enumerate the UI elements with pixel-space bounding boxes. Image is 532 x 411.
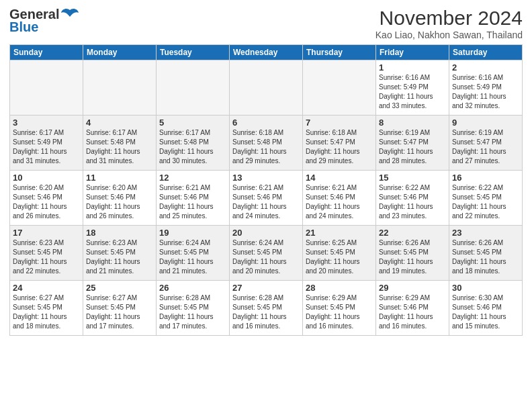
day-info: Sunrise: 6:28 AM Sunset: 5:45 PM Dayligh… — [232, 293, 300, 331]
day-info: Sunrise: 6:29 AM Sunset: 5:46 PM Dayligh… — [379, 293, 446, 331]
calendar-cell: 22Sunrise: 6:26 AM Sunset: 5:45 PM Dayli… — [376, 226, 449, 281]
day-number: 8 — [379, 118, 446, 128]
calendar-cell: 1Sunrise: 6:16 AM Sunset: 5:49 PM Daylig… — [376, 60, 449, 116]
day-number: 3 — [13, 118, 80, 128]
calendar-cell: 18Sunrise: 6:23 AM Sunset: 5:45 PM Dayli… — [83, 226, 157, 281]
calendar-cell: 25Sunrise: 6:27 AM Sunset: 5:45 PM Dayli… — [83, 281, 157, 336]
calendar-cell: 13Sunrise: 6:21 AM Sunset: 5:46 PM Dayli… — [230, 171, 303, 226]
calendar-cell: 10Sunrise: 6:20 AM Sunset: 5:46 PM Dayli… — [10, 171, 83, 226]
calendar-cell — [303, 60, 376, 116]
calendar-cell: 16Sunrise: 6:22 AM Sunset: 5:45 PM Dayli… — [449, 171, 523, 226]
calendar-cell: 15Sunrise: 6:22 AM Sunset: 5:46 PM Dayli… — [376, 171, 449, 226]
day-info: Sunrise: 6:28 AM Sunset: 5:45 PM Dayligh… — [159, 293, 226, 331]
day-info: Sunrise: 6:19 AM Sunset: 5:47 PM Dayligh… — [452, 128, 519, 166]
day-number: 9 — [452, 118, 519, 128]
day-info: Sunrise: 6:17 AM Sunset: 5:48 PM Dayligh… — [86, 128, 153, 166]
calendar-cell: 19Sunrise: 6:24 AM Sunset: 5:45 PM Dayli… — [157, 226, 230, 281]
calendar-cell: 8Sunrise: 6:19 AM Sunset: 5:47 PM Daylig… — [376, 116, 449, 171]
day-number: 2 — [452, 62, 519, 73]
day-info: Sunrise: 6:20 AM Sunset: 5:46 PM Dayligh… — [86, 183, 153, 221]
weekday-wednesday: Wednesday — [230, 45, 303, 60]
day-number: 25 — [86, 283, 153, 293]
calendar-cell: 11Sunrise: 6:20 AM Sunset: 5:46 PM Dayli… — [83, 171, 157, 226]
calendar-week-2: 3Sunrise: 6:17 AM Sunset: 5:49 PM Daylig… — [10, 116, 523, 171]
day-number: 5 — [159, 118, 226, 128]
day-number: 22 — [379, 228, 446, 238]
day-number: 1 — [379, 62, 446, 73]
weekday-thursday: Thursday — [303, 45, 376, 60]
calendar-cell: 4Sunrise: 6:17 AM Sunset: 5:48 PM Daylig… — [83, 116, 157, 171]
day-number: 30 — [452, 283, 519, 293]
calendar-cell: 28Sunrise: 6:29 AM Sunset: 5:45 PM Dayli… — [303, 281, 376, 336]
day-info: Sunrise: 6:17 AM Sunset: 5:49 PM Dayligh… — [13, 128, 80, 166]
calendar-cell — [10, 60, 83, 116]
calendar-cell — [83, 60, 157, 116]
month-year: November 2024 — [375, 7, 523, 30]
title-block: November 2024 Kao Liao, Nakhon Sawan, Th… — [375, 7, 523, 40]
location: Kao Liao, Nakhon Sawan, Thailand — [375, 30, 523, 40]
day-info: Sunrise: 6:27 AM Sunset: 5:45 PM Dayligh… — [86, 293, 153, 331]
day-number: 20 — [232, 228, 300, 238]
calendar-cell: 9Sunrise: 6:19 AM Sunset: 5:47 PM Daylig… — [449, 116, 523, 171]
day-number: 13 — [232, 173, 300, 183]
weekday-monday: Monday — [83, 45, 157, 60]
logo: General Blue — [9, 7, 79, 35]
day-number: 6 — [232, 118, 300, 128]
calendar-week-5: 24Sunrise: 6:27 AM Sunset: 5:45 PM Dayli… — [10, 281, 523, 336]
calendar-page: General Blue November 2024 Kao Liao, Nak… — [0, 0, 532, 411]
calendar-week-1: 1Sunrise: 6:16 AM Sunset: 5:49 PM Daylig… — [10, 60, 523, 116]
day-number: 14 — [306, 173, 373, 183]
calendar-cell — [230, 60, 303, 116]
day-number: 26 — [159, 283, 226, 293]
day-info: Sunrise: 6:18 AM Sunset: 5:48 PM Dayligh… — [232, 128, 300, 166]
day-info: Sunrise: 6:25 AM Sunset: 5:45 PM Dayligh… — [306, 238, 373, 276]
calendar-cell: 24Sunrise: 6:27 AM Sunset: 5:45 PM Dayli… — [10, 281, 83, 336]
day-number: 11 — [86, 173, 153, 183]
day-info: Sunrise: 6:21 AM Sunset: 5:46 PM Dayligh… — [306, 183, 373, 221]
day-number: 16 — [452, 173, 519, 183]
day-number: 10 — [13, 173, 80, 183]
weekday-saturday: Saturday — [449, 45, 523, 60]
day-number: 29 — [379, 283, 446, 293]
day-info: Sunrise: 6:19 AM Sunset: 5:47 PM Dayligh… — [379, 128, 446, 166]
day-number: 23 — [452, 228, 519, 238]
day-number: 21 — [306, 228, 373, 238]
weekday-friday: Friday — [376, 45, 449, 60]
calendar-cell: 30Sunrise: 6:30 AM Sunset: 5:46 PM Dayli… — [449, 281, 523, 336]
day-info: Sunrise: 6:17 AM Sunset: 5:48 PM Dayligh… — [159, 128, 226, 166]
calendar-cell: 12Sunrise: 6:21 AM Sunset: 5:46 PM Dayli… — [157, 171, 230, 226]
header: General Blue November 2024 Kao Liao, Nak… — [9, 7, 523, 40]
weekday-tuesday: Tuesday — [157, 45, 230, 60]
day-info: Sunrise: 6:30 AM Sunset: 5:46 PM Dayligh… — [452, 293, 519, 331]
day-number: 15 — [379, 173, 446, 183]
calendar-cell: 29Sunrise: 6:29 AM Sunset: 5:46 PM Dayli… — [376, 281, 449, 336]
day-info: Sunrise: 6:29 AM Sunset: 5:45 PM Dayligh… — [306, 293, 373, 331]
day-info: Sunrise: 6:22 AM Sunset: 5:46 PM Dayligh… — [379, 183, 446, 221]
weekday-header-row: SundayMondayTuesdayWednesdayThursdayFrid… — [10, 45, 523, 60]
calendar-cell: 7Sunrise: 6:18 AM Sunset: 5:47 PM Daylig… — [303, 116, 376, 171]
calendar-cell: 20Sunrise: 6:24 AM Sunset: 5:45 PM Dayli… — [230, 226, 303, 281]
day-info: Sunrise: 6:26 AM Sunset: 5:45 PM Dayligh… — [379, 238, 446, 276]
day-info: Sunrise: 6:26 AM Sunset: 5:45 PM Dayligh… — [452, 238, 519, 276]
day-number: 27 — [232, 283, 300, 293]
day-info: Sunrise: 6:16 AM Sunset: 5:49 PM Dayligh… — [379, 73, 446, 111]
weekday-sunday: Sunday — [10, 45, 83, 60]
day-info: Sunrise: 6:21 AM Sunset: 5:46 PM Dayligh… — [232, 183, 300, 221]
calendar-week-3: 10Sunrise: 6:20 AM Sunset: 5:46 PM Dayli… — [10, 171, 523, 226]
logo-blue: Blue — [9, 19, 38, 35]
day-info: Sunrise: 6:20 AM Sunset: 5:46 PM Dayligh… — [13, 183, 80, 221]
day-info: Sunrise: 6:18 AM Sunset: 5:47 PM Dayligh… — [306, 128, 373, 166]
day-number: 19 — [159, 228, 226, 238]
day-info: Sunrise: 6:23 AM Sunset: 5:45 PM Dayligh… — [86, 238, 153, 276]
day-number: 28 — [306, 283, 373, 293]
calendar-week-4: 17Sunrise: 6:23 AM Sunset: 5:45 PM Dayli… — [10, 226, 523, 281]
calendar-table: SundayMondayTuesdayWednesdayThursdayFrid… — [9, 44, 523, 336]
calendar-cell: 3Sunrise: 6:17 AM Sunset: 5:49 PM Daylig… — [10, 116, 83, 171]
day-number: 7 — [306, 118, 373, 128]
calendar-cell — [157, 60, 230, 116]
calendar-cell: 2Sunrise: 6:16 AM Sunset: 5:49 PM Daylig… — [449, 60, 523, 116]
day-number: 17 — [13, 228, 80, 238]
calendar-cell: 23Sunrise: 6:26 AM Sunset: 5:45 PM Dayli… — [449, 226, 523, 281]
day-info: Sunrise: 6:22 AM Sunset: 5:45 PM Dayligh… — [452, 183, 519, 221]
day-number: 24 — [13, 283, 80, 293]
